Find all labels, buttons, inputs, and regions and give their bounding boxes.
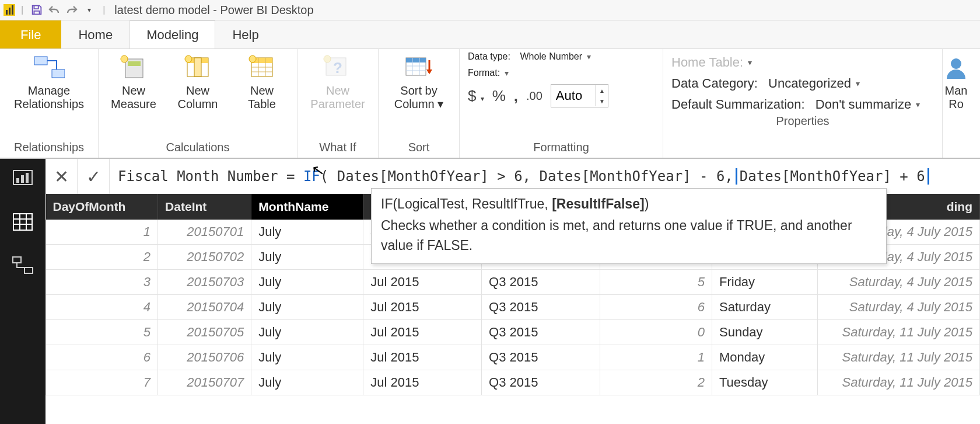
cell-dateint: 20150703 (158, 270, 251, 295)
measure-icon (118, 54, 149, 81)
value: Don't summarize (816, 97, 911, 112)
new-measure-button[interactable]: New Measure (107, 51, 160, 111)
cell-monthname: July (251, 320, 363, 345)
cell-dayofmonth: 2 (46, 245, 158, 270)
data-type-dropdown[interactable]: Data type: Whole Number ▾ (468, 51, 591, 62)
view-switcher (0, 159, 46, 424)
decimals-icon: .00 (526, 89, 542, 103)
percent-button[interactable]: % (492, 87, 506, 105)
cell-dayofmonth: 3 (46, 270, 158, 295)
roles-icon (943, 54, 972, 81)
model-view-button[interactable] (11, 253, 34, 277)
manage-roles-button[interactable]: Man Ro (943, 51, 972, 111)
report-view-button[interactable] (11, 167, 34, 190)
new-column-button[interactable]: New Column (171, 51, 225, 111)
chevron-down-icon: ▾ (748, 58, 752, 67)
decimals-stepper[interactable]: ▲▼ (551, 84, 608, 107)
cell-weekday: Saturday (712, 295, 817, 320)
formula-prefix: Fiscal Month Number = (118, 168, 303, 185)
label: Format: (468, 68, 500, 78)
svg-rect-22 (13, 214, 32, 230)
value: Whole Number (520, 51, 582, 62)
formula-cancel-button[interactable]: ✕ (46, 159, 78, 194)
qat-customize[interactable]: ▾ (82, 2, 97, 18)
data-category-dropdown[interactable]: Data Category: Uncategorized ▾ (671, 76, 934, 91)
manage-relationships-button[interactable]: Manage Relationships (8, 51, 90, 111)
col-monthname[interactable]: MonthName (251, 194, 363, 220)
label: Sort by Column ▾ (394, 84, 443, 111)
thousands-button[interactable]: , (514, 87, 518, 105)
svg-rect-16 (406, 58, 426, 62)
default-summarization-dropdown[interactable]: Default Summarization: Don't summarize ▾ (671, 97, 934, 112)
save-button[interactable] (29, 2, 44, 18)
group-label: Properties (671, 112, 934, 131)
table-row[interactable]: 620150706JulyJul 2015Q3 20151MondaySatur… (46, 345, 980, 370)
new-table-button[interactable]: New Table (235, 51, 289, 111)
svg-point-4 (121, 55, 128, 62)
cell-monthname: July (251, 370, 363, 395)
svg-rect-0 (34, 57, 47, 65)
label: Data type: (468, 51, 510, 62)
format-dropdown[interactable]: Format: ▾ (468, 68, 509, 78)
svg-rect-3 (128, 61, 141, 66)
cell-weekending: Saturday, 11 July 2015 (818, 345, 980, 370)
value: Uncategorized (768, 76, 851, 91)
cell-weekending: Saturday, 4 July 2015 (818, 270, 980, 295)
table-row[interactable]: 520150705JulyJul 2015Q3 20150SundaySatur… (46, 320, 980, 345)
tab-file[interactable]: File (0, 20, 61, 48)
cell-weekending: Saturday, 11 July 2015 (818, 320, 980, 345)
decimals-input[interactable] (551, 85, 596, 107)
cell-dayofmonth: 6 (46, 345, 158, 370)
tab-home[interactable]: Home (61, 20, 130, 48)
formula-input[interactable]: Fiscal Month Number = IF( Dates[MonthOfY… (110, 168, 980, 185)
redo-button[interactable] (64, 2, 79, 18)
cell-dayofweek: 1 (600, 345, 712, 370)
ribbon-group-whatif: ? New Parameter What If (298, 49, 379, 158)
chevron-down-icon: ▾ (856, 79, 860, 88)
formula-commit-button[interactable]: ✓ (78, 159, 110, 194)
label: New Table (248, 84, 276, 111)
chevron-down-icon: ▾ (587, 52, 591, 61)
cell-monthyear: Jul 2015 (363, 295, 482, 320)
currency-button[interactable]: $ ▾ (468, 87, 484, 105)
step-up[interactable]: ▲ (596, 85, 608, 96)
cell-weekday: Monday (712, 345, 817, 370)
cell-monthyear: Jul 2015 (363, 270, 482, 295)
cell-dayofmonth: 5 (46, 320, 158, 345)
col-dateint[interactable]: DateInt (158, 194, 251, 220)
label: Man Ro (945, 84, 968, 111)
tab-help[interactable]: Help (215, 20, 275, 48)
cell-dayofmonth: 1 (46, 220, 158, 245)
sort-icon (403, 54, 435, 81)
sort-by-column-button[interactable]: Sort by Column ▾ (387, 51, 451, 111)
parameter-icon: ? (322, 54, 354, 81)
tooltip-signature: IF(LogicalTest, ResultIfTrue, [ResultIfF… (381, 194, 877, 214)
ribbon-group-formatting: Data type: Whole Number ▾ Format: ▾ $ ▾ … (460, 49, 663, 158)
table-row[interactable]: 420150704JulyJul 2015Q3 20156SaturdaySat… (46, 295, 980, 320)
undo-button[interactable] (47, 2, 62, 18)
table-row[interactable]: 720150707JulyJul 2015Q3 20152TuesdaySatu… (46, 370, 980, 395)
cell-quarteryear: Q3 2015 (482, 345, 600, 370)
cell-monthyear: Jul 2015 (363, 320, 482, 345)
step-down[interactable]: ▼ (596, 96, 608, 106)
formula-highlight: Dates[MonthOfYear] + 6 (736, 168, 929, 185)
cell-monthyear: Jul 2015 (363, 345, 482, 370)
cell-dayofmonth: 4 (46, 295, 158, 320)
format-controls: $ ▾ % , .00 ▲▼ (468, 84, 608, 107)
svg-rect-20 (21, 175, 24, 183)
table-row[interactable]: 320150703JulyJul 2015Q3 20155FridaySatur… (46, 270, 980, 295)
label: Manage Relationships (14, 84, 84, 111)
col-dayofmonth[interactable]: DayOfMonth (46, 194, 158, 220)
data-view-button[interactable] (11, 210, 34, 234)
cell-weekday: Sunday (712, 320, 817, 345)
label: Default Summarization: (671, 97, 805, 112)
home-table-dropdown[interactable]: Home Table: ▾ (671, 55, 934, 70)
tab-modeling[interactable]: Modeling (130, 20, 215, 48)
cell-quarteryear: Q3 2015 (482, 370, 600, 395)
svg-rect-1 (52, 69, 65, 78)
cell-monthname: July (251, 345, 363, 370)
cell-monthyear: Jul 2015 (363, 370, 482, 395)
cell-monthname: July (251, 245, 363, 270)
group-label: Sort (387, 138, 451, 158)
label: Home Table: (671, 55, 743, 70)
